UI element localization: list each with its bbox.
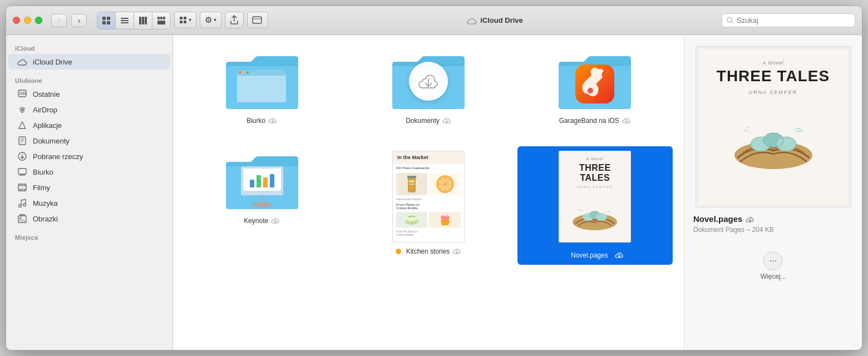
svg-rect-2 [102, 21, 106, 24]
book-title: THREE TALES [717, 68, 830, 85]
svg-rect-0 [102, 17, 106, 20]
kitchen-label: Kitchen stories [396, 247, 462, 256]
book-subtitle: A Novel [762, 60, 783, 66]
svg-rect-17 [184, 21, 186, 23]
search-bar[interactable] [722, 13, 855, 27]
download-overlay [409, 62, 448, 101]
file-item-kitchen[interactable]: In the Market Fill Them Cupboards [351, 146, 506, 265]
desktop-icon [17, 167, 27, 177]
svg-rect-70 [257, 175, 261, 187]
svg-rect-71 [263, 177, 268, 187]
svg-rect-54 [239, 71, 241, 73]
svg-rect-78 [409, 180, 415, 182]
documents-icon [17, 136, 27, 146]
back-button[interactable]: ‹ [51, 14, 67, 27]
biurko-folder-icon [223, 51, 301, 112]
orange-dot [396, 249, 401, 254]
icloud-section-title: iCloud [6, 42, 172, 54]
svg-rect-15 [184, 17, 186, 19]
file-grid: Biurko [184, 46, 673, 265]
main-content: iCloud iCloud Drive Ulubione [6, 35, 862, 350]
svg-rect-1 [107, 17, 110, 20]
svg-rect-77 [407, 176, 416, 178]
sidebar-item-filmy[interactable]: Filmy [8, 180, 170, 195]
svg-rect-56 [246, 71, 249, 73]
more-info-button[interactable]: ··· Więcej... [760, 251, 786, 280]
svg-rect-16 [180, 21, 183, 23]
cloud-download-icon [615, 251, 624, 260]
titlebar-left: ‹ › [13, 12, 268, 29]
svg-rect-72 [270, 174, 274, 187]
share-button[interactable] [225, 12, 244, 28]
svg-rect-69 [250, 180, 254, 187]
icloud-drive-label: iCloud Drive [33, 58, 72, 66]
book-author: URNA SEMPER [749, 90, 798, 95]
movies-icon [17, 182, 27, 192]
sidebar-item-obrazki[interactable]: Obrazki [8, 211, 170, 226]
toolbar: ▾ ⚙ ▾ [97, 12, 268, 29]
sidebar-item-icloud-drive[interactable]: iCloud Drive [8, 54, 170, 70]
file-item-novel[interactable]: A Novel THREETALES URNA SEMPER [517, 146, 673, 265]
sidebar-item-muzyka[interactable]: Muzyka [8, 195, 170, 211]
svg-rect-3 [107, 21, 110, 24]
airdrop-icon [17, 105, 27, 115]
svg-rect-11 [157, 17, 160, 19]
preview-image: A Novel THREE TALES URNA SEMPER [696, 46, 851, 207]
list-view-button[interactable] [116, 12, 134, 29]
gallery-view-button[interactable] [152, 12, 170, 29]
svg-rect-79 [409, 184, 415, 185]
group-button[interactable]: ▾ [174, 12, 196, 28]
svg-rect-10 [157, 21, 165, 24]
file-item-biurko[interactable]: Biurko [184, 46, 339, 130]
file-area: Biurko [173, 35, 684, 350]
sidebar-item-aplikacje[interactable]: Aplikacje [8, 117, 170, 133]
svg-point-74 [252, 202, 272, 207]
cloud-download-icon [442, 116, 451, 125]
music-icon [17, 198, 27, 208]
search-input[interactable] [737, 16, 850, 24]
sidebar: iCloud iCloud Drive Ulubione [6, 35, 173, 350]
apps-icon [17, 120, 27, 130]
sidebar-item-ostatnie[interactable]: Ostatnie [8, 86, 170, 102]
sidebar-item-label: Filmy [33, 184, 50, 192]
svg-rect-8 [142, 17, 144, 24]
preview-filename: Novel.pages [693, 214, 853, 224]
close-button[interactable] [13, 17, 20, 24]
sidebar-item-label: Biurko [33, 168, 53, 176]
miejsca-section-title: Miejsca [6, 231, 172, 243]
traffic-lights [13, 17, 42, 24]
sidebar-item-label: Muzyka [33, 199, 58, 207]
sidebar-item-pobrane[interactable]: Pobrane rzeczy [8, 149, 170, 164]
cloud-download-icon [268, 116, 277, 125]
sidebar-item-biurko[interactable]: Biurko [8, 164, 170, 180]
photos-icon [17, 214, 27, 224]
column-view-button[interactable] [134, 12, 152, 29]
svg-rect-5 [121, 20, 129, 21]
window-title: iCloud Drive [467, 16, 523, 24]
file-item-keynote[interactable]: Keynote [184, 146, 339, 265]
sidebar-item-label: Aplikacje [33, 121, 62, 130]
tag-button[interactable] [247, 12, 268, 28]
svg-point-88 [405, 216, 418, 221]
icon-view-button[interactable] [97, 12, 116, 29]
sidebar-item-label: Pobrane rzeczy [33, 152, 83, 161]
more-icon: ··· [763, 251, 782, 270]
sidebar-item-dokumenty[interactable]: Dokumenty [8, 133, 170, 149]
novel-label-container: Novel.pages [566, 250, 624, 260]
novel-label: Novel.pages [566, 250, 613, 260]
svg-rect-68 [243, 169, 281, 191]
minimize-button[interactable] [24, 17, 31, 24]
svg-rect-4 [121, 18, 129, 19]
file-item-dokumenty[interactable]: Dokumenty [351, 46, 506, 130]
sidebar-item-airdrop[interactable]: AirDrop [8, 102, 170, 117]
maximize-button[interactable] [35, 17, 42, 24]
novel-thumbnail: A Novel THREETALES URNA SEMPER [559, 151, 631, 243]
kitchen-thumbnail: In the Market Fill Them Cupboards [392, 151, 465, 243]
svg-rect-14 [180, 17, 183, 19]
forward-button[interactable]: › [71, 14, 87, 27]
settings-button[interactable]: ⚙ ▾ [200, 12, 221, 28]
svg-point-64 [588, 88, 593, 93]
sidebar-item-label: Obrazki [33, 215, 58, 223]
dokumenty-folder-icon [389, 51, 467, 112]
file-item-garageband[interactable]: GarageBand na iOS [517, 46, 673, 130]
